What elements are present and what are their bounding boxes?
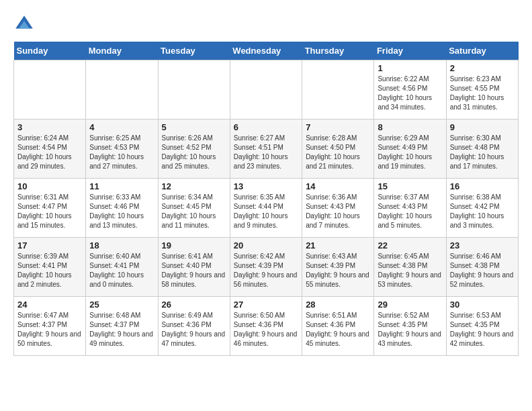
day-number: 21	[306, 240, 370, 250]
day-number: 29	[378, 300, 442, 310]
calendar-day-cell: 16Sunrise: 6:38 AM Sunset: 4:42 PM Dayli…	[446, 179, 518, 238]
calendar-week-row: 24Sunrise: 6:47 AM Sunset: 4:37 PM Dayli…	[14, 297, 519, 356]
day-number: 16	[450, 181, 515, 191]
calendar-week-row: 10Sunrise: 6:31 AM Sunset: 4:47 PM Dayli…	[14, 179, 519, 238]
calendar-day-cell: 12Sunrise: 6:34 AM Sunset: 4:45 PM Dayli…	[158, 179, 230, 238]
day-number: 25	[89, 300, 154, 310]
day-number: 28	[306, 300, 370, 310]
page-header	[13, 13, 519, 35]
day-number: 30	[450, 300, 515, 310]
day-detail: Sunrise: 6:29 AM Sunset: 4:49 PM Dayligh…	[378, 134, 442, 171]
day-detail: Sunrise: 6:50 AM Sunset: 4:36 PM Dayligh…	[234, 311, 298, 349]
day-number: 18	[89, 240, 154, 250]
day-of-week-header: Wednesday	[230, 42, 302, 60]
day-number: 24	[17, 300, 82, 310]
calendar-day-cell: 13Sunrise: 6:35 AM Sunset: 4:44 PM Dayli…	[230, 179, 302, 238]
calendar-day-cell	[158, 60, 230, 120]
day-number: 10	[17, 181, 82, 191]
calendar-day-cell: 9Sunrise: 6:30 AM Sunset: 4:48 PM Daylig…	[446, 120, 518, 179]
calendar-day-cell	[86, 60, 158, 120]
day-number: 14	[306, 181, 370, 191]
day-detail: Sunrise: 6:30 AM Sunset: 4:48 PM Dayligh…	[450, 134, 515, 171]
day-detail: Sunrise: 6:45 AM Sunset: 4:38 PM Dayligh…	[378, 252, 442, 289]
day-number: 22	[378, 240, 442, 250]
logo-icon	[13, 13, 35, 35]
calendar-day-cell: 20Sunrise: 6:42 AM Sunset: 4:39 PM Dayli…	[230, 238, 302, 297]
day-number: 26	[162, 300, 226, 310]
calendar-day-cell: 18Sunrise: 6:40 AM Sunset: 4:41 PM Dayli…	[86, 238, 158, 297]
day-number: 2	[450, 63, 515, 73]
day-detail: Sunrise: 6:23 AM Sunset: 4:55 PM Dayligh…	[450, 75, 515, 112]
calendar-day-cell: 25Sunrise: 6:48 AM Sunset: 4:37 PM Dayli…	[86, 297, 158, 356]
calendar-week-row: 17Sunrise: 6:39 AM Sunset: 4:41 PM Dayli…	[14, 238, 519, 297]
day-number: 23	[450, 240, 515, 250]
calendar-day-cell: 8Sunrise: 6:29 AM Sunset: 4:49 PM Daylig…	[374, 120, 446, 179]
day-detail: Sunrise: 6:51 AM Sunset: 4:36 PM Dayligh…	[306, 311, 370, 349]
calendar-day-cell: 6Sunrise: 6:27 AM Sunset: 4:51 PM Daylig…	[230, 120, 302, 179]
calendar-day-cell: 3Sunrise: 6:24 AM Sunset: 4:54 PM Daylig…	[14, 120, 86, 179]
day-detail: Sunrise: 6:42 AM Sunset: 4:39 PM Dayligh…	[234, 252, 298, 289]
day-detail: Sunrise: 6:41 AM Sunset: 4:40 PM Dayligh…	[162, 252, 226, 289]
calendar-day-cell: 29Sunrise: 6:52 AM Sunset: 4:35 PM Dayli…	[374, 297, 446, 356]
day-detail: Sunrise: 6:43 AM Sunset: 4:39 PM Dayligh…	[306, 252, 370, 289]
day-detail: Sunrise: 6:31 AM Sunset: 4:47 PM Dayligh…	[17, 193, 82, 230]
day-detail: Sunrise: 6:36 AM Sunset: 4:43 PM Dayligh…	[306, 193, 370, 230]
calendar-day-cell: 10Sunrise: 6:31 AM Sunset: 4:47 PM Dayli…	[14, 179, 86, 238]
calendar-day-cell: 14Sunrise: 6:36 AM Sunset: 4:43 PM Dayli…	[302, 179, 374, 238]
calendar-day-cell: 15Sunrise: 6:37 AM Sunset: 4:43 PM Dayli…	[374, 179, 446, 238]
logo	[13, 13, 39, 35]
calendar-day-cell: 28Sunrise: 6:51 AM Sunset: 4:36 PM Dayli…	[302, 297, 374, 356]
calendar-day-cell: 30Sunrise: 6:53 AM Sunset: 4:35 PM Dayli…	[446, 297, 518, 356]
calendar-day-cell: 24Sunrise: 6:47 AM Sunset: 4:37 PM Dayli…	[14, 297, 86, 356]
day-detail: Sunrise: 6:40 AM Sunset: 4:41 PM Dayligh…	[89, 252, 154, 289]
day-detail: Sunrise: 6:35 AM Sunset: 4:44 PM Dayligh…	[234, 193, 298, 230]
day-of-week-header: Sunday	[14, 42, 86, 60]
calendar-day-cell: 27Sunrise: 6:50 AM Sunset: 4:36 PM Dayli…	[230, 297, 302, 356]
calendar-week-row: 1Sunrise: 6:22 AM Sunset: 4:56 PM Daylig…	[14, 60, 519, 120]
day-of-week-header: Monday	[86, 42, 158, 60]
day-detail: Sunrise: 6:47 AM Sunset: 4:37 PM Dayligh…	[17, 311, 82, 349]
calendar-day-cell: 17Sunrise: 6:39 AM Sunset: 4:41 PM Dayli…	[14, 238, 86, 297]
calendar-day-cell: 23Sunrise: 6:46 AM Sunset: 4:38 PM Dayli…	[446, 238, 518, 297]
day-detail: Sunrise: 6:28 AM Sunset: 4:50 PM Dayligh…	[306, 134, 370, 171]
calendar-day-cell: 1Sunrise: 6:22 AM Sunset: 4:56 PM Daylig…	[374, 60, 446, 120]
day-number: 4	[89, 122, 154, 132]
day-detail: Sunrise: 6:46 AM Sunset: 4:38 PM Dayligh…	[450, 252, 515, 289]
day-number: 19	[162, 240, 226, 250]
day-number: 13	[234, 181, 298, 191]
day-detail: Sunrise: 6:52 AM Sunset: 4:35 PM Dayligh…	[378, 311, 442, 349]
day-number: 1	[378, 63, 442, 73]
day-of-week-header: Friday	[374, 42, 446, 60]
calendar-day-cell: 2Sunrise: 6:23 AM Sunset: 4:55 PM Daylig…	[446, 60, 518, 120]
calendar-week-row: 3Sunrise: 6:24 AM Sunset: 4:54 PM Daylig…	[14, 120, 519, 179]
day-detail: Sunrise: 6:27 AM Sunset: 4:51 PM Dayligh…	[234, 134, 298, 171]
day-detail: Sunrise: 6:38 AM Sunset: 4:42 PM Dayligh…	[450, 193, 515, 230]
day-detail: Sunrise: 6:37 AM Sunset: 4:43 PM Dayligh…	[378, 193, 442, 230]
day-number: 17	[17, 240, 82, 250]
calendar-day-cell	[14, 60, 86, 120]
day-number: 5	[162, 122, 226, 132]
day-detail: Sunrise: 6:33 AM Sunset: 4:46 PM Dayligh…	[89, 193, 154, 230]
calendar-day-cell: 26Sunrise: 6:49 AM Sunset: 4:36 PM Dayli…	[158, 297, 230, 356]
day-number: 12	[162, 181, 226, 191]
day-number: 3	[17, 122, 82, 132]
calendar-day-cell: 21Sunrise: 6:43 AM Sunset: 4:39 PM Dayli…	[302, 238, 374, 297]
day-of-week-header: Thursday	[302, 42, 374, 60]
day-detail: Sunrise: 6:48 AM Sunset: 4:37 PM Dayligh…	[89, 311, 154, 349]
day-detail: Sunrise: 6:49 AM Sunset: 4:36 PM Dayligh…	[162, 311, 226, 349]
calendar-table: SundayMondayTuesdayWednesdayThursdayFrid…	[13, 42, 519, 356]
calendar-day-cell: 7Sunrise: 6:28 AM Sunset: 4:50 PM Daylig…	[302, 120, 374, 179]
calendar-day-cell: 22Sunrise: 6:45 AM Sunset: 4:38 PM Dayli…	[374, 238, 446, 297]
day-number: 8	[378, 122, 442, 132]
day-detail: Sunrise: 6:53 AM Sunset: 4:35 PM Dayligh…	[450, 311, 515, 349]
day-number: 6	[234, 122, 298, 132]
day-number: 15	[378, 181, 442, 191]
day-detail: Sunrise: 6:24 AM Sunset: 4:54 PM Dayligh…	[17, 134, 82, 171]
day-of-week-header: Tuesday	[158, 42, 230, 60]
day-detail: Sunrise: 6:26 AM Sunset: 4:52 PM Dayligh…	[162, 134, 226, 171]
calendar-day-cell: 5Sunrise: 6:26 AM Sunset: 4:52 PM Daylig…	[158, 120, 230, 179]
day-number: 7	[306, 122, 370, 132]
calendar-day-cell	[230, 60, 302, 120]
day-number: 11	[89, 181, 154, 191]
day-of-week-header: Saturday	[446, 42, 518, 60]
